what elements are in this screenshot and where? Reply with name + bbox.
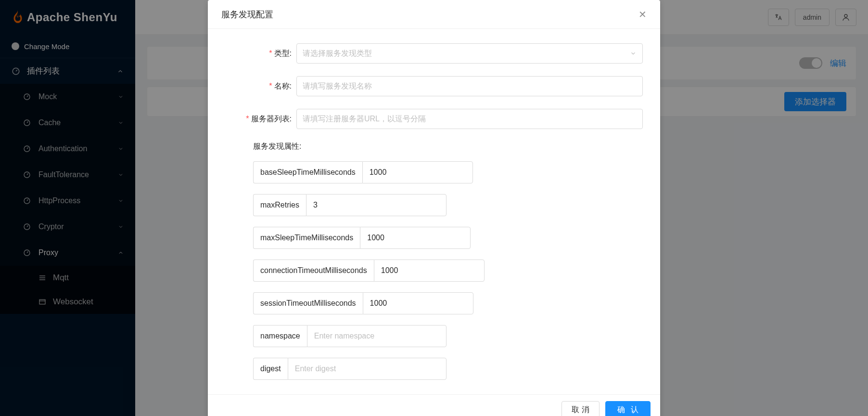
prop-connectiontimeout-input[interactable]	[374, 260, 485, 282]
prop-basesleeptime: baseSleepTimeMilliseconds	[253, 161, 447, 183]
prop-key: namespace	[253, 325, 307, 347]
form-row-server: 服务器列表:	[225, 109, 643, 129]
name-input[interactable]	[296, 76, 643, 96]
prop-namespace: namespace	[253, 325, 447, 347]
modal-title: 服务发现配置	[221, 9, 273, 20]
prop-sessiontimeout: sessionTimeoutMilliseconds	[253, 292, 447, 314]
prop-key: maxRetries	[253, 194, 306, 216]
confirm-button[interactable]: 确 认	[605, 401, 651, 416]
server-label: 服务器列表:	[225, 114, 296, 124]
form-row-type: 类型: 请选择服务发现类型	[225, 43, 643, 64]
prop-maxsleeptime: maxSleepTimeMilliseconds	[253, 227, 447, 249]
type-select[interactable]: 请选择服务发现类型	[296, 43, 643, 64]
close-icon: ✕	[638, 9, 647, 20]
prop-maxretries: maxRetries	[253, 194, 447, 216]
prop-connectiontimeout: connectionTimeoutMilliseconds	[253, 260, 447, 282]
prop-digest: digest	[253, 358, 447, 380]
prop-namespace-input[interactable]	[307, 325, 447, 347]
prop-key: digest	[253, 358, 288, 380]
props-grid: baseSleepTimeMilliseconds maxRetries max…	[253, 161, 643, 380]
chevron-down-icon	[630, 50, 637, 57]
prop-digest-input[interactable]	[288, 358, 447, 380]
prop-key: maxSleepTimeMilliseconds	[253, 227, 360, 249]
name-label: 名称:	[225, 81, 296, 91]
type-label: 类型:	[225, 49, 296, 59]
props-label: 服务发现属性:	[225, 142, 306, 152]
modal-header: 服务发现配置 ✕	[208, 0, 660, 29]
discovery-config-modal: 服务发现配置 ✕ 类型: 请选择服务发现类型 名称:	[208, 0, 660, 416]
cancel-button[interactable]: 取 消	[562, 401, 599, 416]
form-row-props-label: 服务发现属性:	[225, 142, 643, 152]
form-row-name: 名称:	[225, 76, 643, 96]
close-button[interactable]: ✕	[638, 9, 647, 20]
prop-maxsleeptime-input[interactable]	[360, 227, 471, 249]
prop-sessiontimeout-input[interactable]	[363, 292, 473, 314]
prop-maxretries-input[interactable]	[306, 194, 447, 216]
modal-overlay[interactable]: 服务发现配置 ✕ 类型: 请选择服务发现类型 名称:	[0, 0, 868, 416]
prop-key: sessionTimeoutMilliseconds	[253, 292, 363, 314]
server-list-input[interactable]	[296, 109, 643, 129]
prop-key: connectionTimeoutMilliseconds	[253, 260, 374, 282]
prop-basesleeptime-input[interactable]	[362, 161, 473, 183]
prop-key: baseSleepTimeMilliseconds	[253, 161, 362, 183]
modal-body: 类型: 请选择服务发现类型 名称: 服务器列表:	[208, 29, 660, 394]
type-select-placeholder: 请选择服务发现类型	[303, 49, 372, 59]
modal-footer: 取 消 确 认	[208, 394, 660, 416]
